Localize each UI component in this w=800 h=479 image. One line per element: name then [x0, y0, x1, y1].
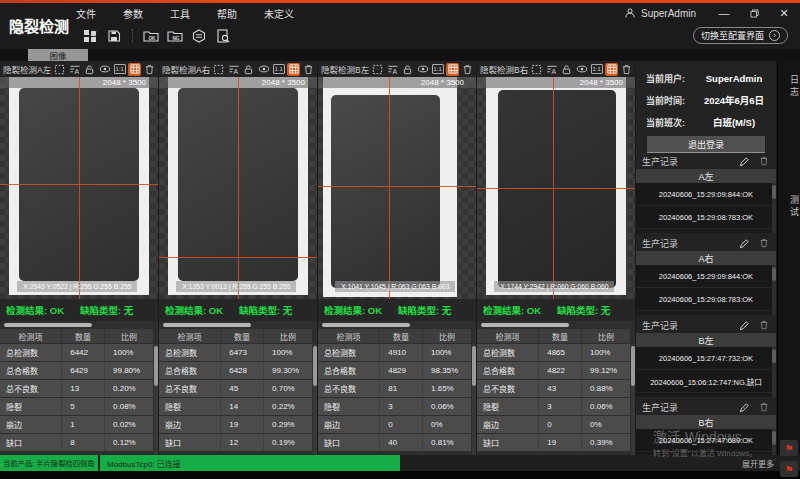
menu-help[interactable]: 帮助 [217, 6, 237, 21]
region-select-icon[interactable] [212, 63, 225, 76]
scrollbar-thumb[interactable] [772, 185, 776, 199]
grid-icon[interactable] [128, 63, 141, 76]
record-row[interactable]: 20240606_15:29:08:783:OK [636, 206, 776, 229]
record-row[interactable]: 20240606_15:27:47:689:OK [636, 429, 776, 452]
trash-icon[interactable] [758, 401, 770, 413]
trash-icon[interactable] [758, 319, 770, 331]
annotate-icon[interactable]: A [545, 63, 558, 76]
expand-more-button[interactable]: 展开更多 [742, 458, 774, 469]
switch-to-config-button[interactable]: 切换至配置界面 › [693, 27, 788, 44]
lock-icon[interactable] [401, 63, 414, 76]
annotate-icon[interactable]: A [68, 63, 81, 76]
eye-icon[interactable] [98, 63, 111, 76]
scrollbar-thumb[interactable] [4, 323, 92, 327]
image-viewport[interactable]: 2048 * 3500 X:1744 Y:2942 | R:060 G:060 … [477, 77, 635, 299]
logout-button[interactable]: 退出登录 [647, 136, 765, 152]
edit-icon[interactable] [738, 155, 750, 167]
record-row[interactable]: 20240606_15:27:47:732:OK [636, 347, 776, 370]
menu-file[interactable]: 文件 [76, 6, 96, 21]
minimize-button[interactable]: — [712, 5, 736, 21]
menu-undefined[interactable]: 未定义 [264, 6, 294, 21]
trash-icon[interactable] [302, 63, 315, 76]
scrollbar-thumb[interactable] [472, 346, 476, 386]
vertical-scrollbar[interactable] [313, 344, 317, 455]
flag-icon[interactable]: ⚑ [780, 461, 798, 477]
scrollbar-thumb[interactable] [772, 431, 776, 445]
scrollbar-thumb[interactable] [154, 346, 158, 386]
lock-icon[interactable] [83, 63, 96, 76]
scrollbar-thumb[interactable] [631, 346, 635, 386]
vertical-scrollbar[interactable] [154, 344, 158, 455]
horizontal-scrollbar[interactable] [159, 321, 317, 329]
image-viewport[interactable]: 2048 * 3500 X:2543 Y:0522 | R:255 G:255 … [0, 77, 158, 299]
grid-icon[interactable] [287, 63, 300, 76]
lock-icon[interactable] [242, 63, 255, 76]
scrollbar-thumb[interactable] [481, 323, 569, 327]
search-doc-icon[interactable] [211, 27, 235, 45]
trash-icon[interactable] [620, 63, 633, 76]
vertical-scrollbar[interactable] [772, 183, 776, 233]
table-row: 隐裂140.22% [159, 398, 312, 415]
menu-tools[interactable]: 工具 [170, 6, 190, 21]
eye-icon[interactable] [257, 63, 270, 76]
annotate-icon[interactable]: A [227, 63, 240, 76]
scrollbar-thumb[interactable] [313, 346, 317, 386]
scrollbar-thumb[interactable] [772, 349, 776, 363]
folder-ng-icon[interactable]: NG [163, 27, 187, 45]
table-cell: 总不良数 [159, 380, 220, 397]
horizontal-scrollbar[interactable] [0, 321, 158, 329]
scrollbar-thumb[interactable] [322, 323, 410, 327]
vertical-scrollbar[interactable] [772, 265, 776, 315]
trash-icon[interactable] [143, 63, 156, 76]
vertical-scrollbar[interactable] [772, 429, 776, 455]
folder-ok-icon[interactable]: OK [139, 27, 163, 45]
trash-icon[interactable] [461, 63, 474, 76]
region-select-icon[interactable] [53, 63, 66, 76]
edit-icon[interactable] [738, 237, 750, 249]
grid-icon[interactable] [605, 63, 618, 76]
status-bar: 当前产品: 半片隐裂检四侧角 ModbusTcp0: 已连接 展开更多 [0, 455, 800, 471]
close-button[interactable]: ✕ [772, 5, 796, 21]
scrollbar-thumb[interactable] [163, 323, 251, 327]
save-icon[interactable] [102, 27, 126, 45]
tab-test[interactable]: 测试 [778, 195, 800, 219]
record-rows: 20240606_15:29:09:844:OK20240606_15:29:0… [636, 265, 776, 311]
one-to-one-icon[interactable]: 1:1 [113, 63, 126, 76]
image-viewport[interactable]: 2048 * 3500 X:1041 Y:1045 | R:063 G:063 … [318, 77, 476, 299]
edit-icon[interactable] [738, 319, 750, 331]
tab-image[interactable]: 图像 [28, 49, 88, 61]
inspected-part [498, 90, 617, 288]
restore-button[interactable] [742, 5, 766, 21]
table-cell: 0.12% [104, 434, 153, 451]
stack-icon[interactable] [187, 27, 211, 45]
vertical-scrollbar[interactable] [772, 347, 776, 397]
edit-icon[interactable] [738, 401, 750, 413]
record-row[interactable]: 20240606_15:06:12:747:NG,缺口 [636, 370, 776, 393]
tiles-icon[interactable] [78, 27, 102, 45]
horizontal-scrollbar[interactable] [477, 321, 635, 329]
horizontal-scrollbar[interactable] [318, 321, 476, 329]
eye-icon[interactable] [416, 63, 429, 76]
image-viewport[interactable]: 2048 * 3500 X:1353 Y:0013 | R:255 G:255 … [159, 77, 317, 299]
region-select-icon[interactable] [530, 63, 543, 76]
record-row[interactable]: 20240606_15:29:08:783:OK [636, 288, 776, 311]
grid-icon[interactable] [446, 63, 459, 76]
one-to-one-icon[interactable]: 1:1 [431, 63, 444, 76]
flag-icon[interactable]: ⚑ [780, 440, 798, 456]
record-row[interactable]: 20240606_15:29:09:844:OK [636, 183, 776, 206]
menu-params[interactable]: 参数 [123, 6, 143, 21]
annotate-icon[interactable]: A [386, 63, 399, 76]
trash-icon[interactable] [758, 237, 770, 249]
trash-icon[interactable] [758, 155, 770, 167]
one-to-one-icon[interactable]: 1:1 [590, 63, 603, 76]
eye-icon[interactable] [575, 63, 588, 76]
lock-icon[interactable] [560, 63, 573, 76]
region-select-icon[interactable] [371, 63, 384, 76]
vertical-scrollbar[interactable] [631, 344, 635, 455]
record-row[interactable]: 20240606_15:29:09:844:OK [636, 265, 776, 288]
vertical-scrollbar[interactable] [472, 344, 476, 455]
user-menu[interactable]: SuperAdmin [624, 7, 696, 19]
one-to-one-icon[interactable]: 1:1 [272, 63, 285, 76]
tab-log[interactable]: 日志 [778, 75, 800, 99]
scrollbar-thumb[interactable] [772, 267, 776, 281]
